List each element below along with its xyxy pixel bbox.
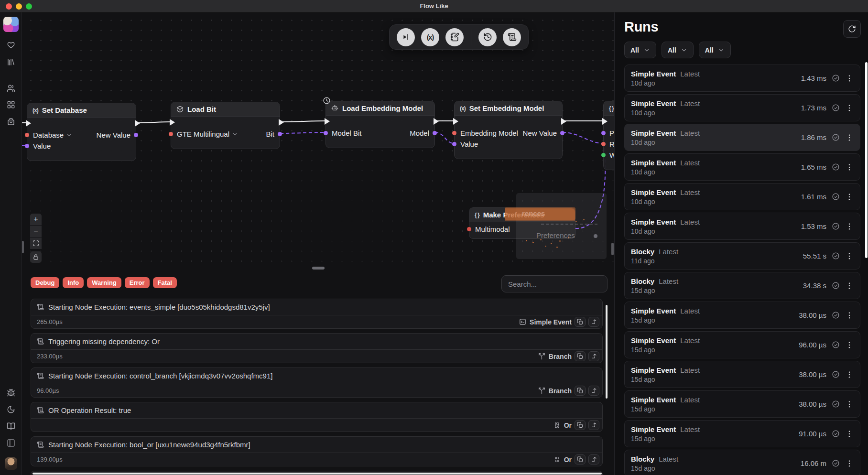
kebab-menu-icon[interactable] [845, 459, 854, 468]
jump-to-node-button[interactable] [588, 351, 599, 361]
input-pin[interactable] [324, 131, 328, 135]
run-row[interactable]: Simple Event Latest 10d ago 1.43 ms [624, 65, 860, 92]
exec-out-pin[interactable] [279, 119, 284, 126]
user-avatar[interactable] [5, 457, 17, 470]
notes-button[interactable] [445, 28, 464, 46]
input-pin[interactable] [169, 132, 173, 136]
input-pin[interactable] [601, 131, 606, 135]
run-row[interactable]: Simple Event Latest 15d ago 91.00 µs [624, 420, 860, 447]
log-scrollbar[interactable] [606, 305, 608, 399]
exec-out-pin[interactable] [135, 120, 140, 127]
run-row[interactable]: Simple Event Latest 10d ago 1.65 ms [624, 153, 860, 181]
runs-filter-dropdown-3[interactable]: All [699, 42, 731, 58]
sidebar-item-store[interactable] [5, 116, 17, 128]
kebab-menu-icon[interactable] [845, 430, 854, 438]
exec-out-pin[interactable] [561, 118, 566, 125]
variables-button[interactable]: (x) [421, 28, 439, 46]
copy-log-button[interactable] [575, 420, 586, 430]
app-logo[interactable] [3, 17, 19, 32]
log-horizontal-scrollbar[interactable] [33, 473, 602, 475]
sidebar-item-debug[interactable] [5, 387, 17, 399]
copy-log-button[interactable] [575, 351, 586, 361]
input-pin[interactable] [601, 153, 606, 157]
fit-view-button[interactable] [30, 238, 42, 249]
sidebar-item-toggle-panel[interactable] [5, 437, 17, 449]
kebab-menu-icon[interactable] [845, 281, 854, 290]
input-pin[interactable] [25, 133, 29, 137]
chevron-down-icon[interactable] [232, 131, 238, 137]
copy-log-button[interactable] [575, 386, 586, 396]
zoom-out-button[interactable]: − [30, 226, 42, 237]
log-entry[interactable]: Starting Node Execution: control_branch … [31, 367, 603, 398]
log-filter-debug[interactable]: Debug [31, 277, 59, 288]
output-pin[interactable] [560, 131, 564, 135]
node-header[interactable]: Load Embedding Model [326, 101, 434, 116]
exec-in-pin[interactable] [325, 118, 330, 125]
log-filter-error[interactable]: Error [125, 277, 150, 288]
kebab-menu-icon[interactable] [845, 341, 854, 349]
run-row[interactable]: Simple Event Latest 15d ago 38.00 µs [624, 302, 860, 329]
run-row[interactable]: Simple Event Latest 10d ago 1.53 ms [624, 213, 860, 240]
sidebar-item-theme-toggle[interactable] [5, 403, 17, 416]
kebab-menu-icon[interactable] [845, 163, 854, 172]
exec-in-pin[interactable] [602, 118, 608, 125]
log-filter-warning[interactable]: Warning [87, 277, 121, 288]
exec-in-pin[interactable] [453, 118, 458, 125]
run-row[interactable]: Simple Event Latest 15d ago 38.00 µs [624, 390, 860, 418]
jump-to-node-button[interactable] [588, 420, 599, 430]
exec-wire[interactable] [280, 121, 326, 122]
lock-canvas-button[interactable] [30, 251, 42, 263]
exec-in-pin[interactable] [26, 120, 31, 127]
sidebar-item-apps-grid[interactable] [5, 98, 17, 111]
kebab-menu-icon[interactable] [845, 222, 854, 231]
copy-log-button[interactable] [575, 317, 586, 327]
jump-to-node-button[interactable] [588, 454, 599, 464]
input-pin[interactable] [601, 142, 606, 146]
log-entry[interactable]: Starting Node Execution: events_simple [… [31, 299, 603, 329]
jump-to-node-button[interactable] [588, 386, 599, 396]
close-button[interactable] [6, 3, 12, 10]
exec-out-pin[interactable] [434, 118, 439, 125]
run-row[interactable]: Simple Event Latest 15d ago 38.00 µs [624, 361, 860, 388]
zoom-button[interactable] [26, 3, 32, 10]
logs-button[interactable] [503, 28, 521, 46]
left-resize-grip[interactable] [22, 241, 24, 253]
log-panel-divider[interactable] [22, 266, 614, 270]
node-header[interactable]: Load Bit [171, 102, 280, 117]
node-set-database[interactable]: (x)Set Database Database New Value Value [27, 103, 136, 161]
input-pin[interactable] [452, 131, 456, 135]
sidebar-item-favorites[interactable] [5, 39, 17, 51]
input-pin[interactable] [467, 227, 471, 231]
run-row[interactable]: Simple Event Latest 10d ago 1.61 ms [624, 183, 860, 210]
data-wire[interactable] [563, 132, 603, 143]
exec-wire[interactable] [136, 122, 171, 123]
run-row[interactable]: Simple Event Latest 10d ago 1.86 ms [624, 124, 860, 151]
sidebar-item-docs[interactable] [5, 420, 17, 432]
divider-grip[interactable] [312, 267, 325, 270]
output-pin[interactable] [278, 132, 282, 136]
copy-log-button[interactable] [575, 454, 586, 464]
run-row[interactable]: Blocky Latest 11d ago 55.51 s [624, 242, 860, 270]
output-pin[interactable] [134, 133, 138, 137]
runs-scrollbar[interactable] [865, 62, 868, 258]
kebab-menu-icon[interactable] [845, 193, 854, 201]
history-button[interactable] [478, 28, 497, 46]
refresh-runs-button[interactable] [843, 20, 861, 38]
kebab-menu-icon[interactable] [845, 104, 854, 112]
kebab-menu-icon[interactable] [845, 74, 854, 83]
jump-to-node-button[interactable] [588, 317, 599, 327]
log-filter-info[interactable]: Info [63, 277, 84, 288]
chevron-down-icon[interactable] [66, 132, 72, 138]
node-header[interactable]: { } [604, 101, 614, 116]
sidebar-item-library[interactable] [5, 56, 17, 68]
minimize-button[interactable] [16, 3, 22, 10]
kebab-menu-icon[interactable] [845, 400, 854, 409]
log-filter-fatal[interactable]: Fatal [153, 277, 177, 288]
kebab-menu-icon[interactable] [845, 252, 854, 260]
output-pin[interactable] [433, 131, 437, 135]
runs-filter-dropdown-1[interactable]: All [624, 42, 656, 58]
zoom-in-button[interactable]: + [30, 214, 42, 225]
run-row[interactable]: Simple Event Latest 10d ago 1.73 ms [624, 94, 860, 121]
input-pin[interactable] [452, 142, 456, 146]
right-resize-grip[interactable] [611, 243, 614, 255]
